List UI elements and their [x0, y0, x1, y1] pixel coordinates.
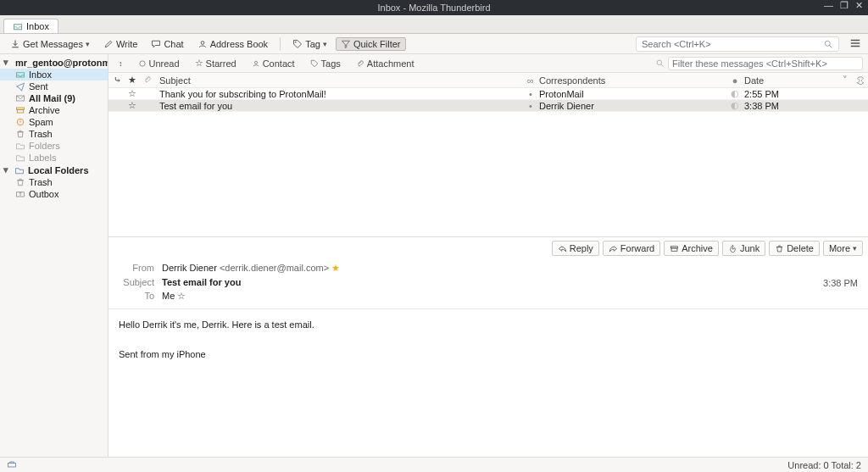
folder-folders[interactable]: Folders — [0, 140, 108, 152]
reader-to[interactable]: Me — [162, 291, 175, 301]
folder-icon — [15, 153, 25, 163]
message-subject: Thank you for subscribing to ProtonMail! — [156, 89, 522, 99]
col-sort-indicator[interactable]: ˅ — [837, 75, 853, 86]
tab-strip: Inbox — [0, 15, 868, 34]
quick-filter-button[interactable]: Quick Filter — [336, 37, 406, 51]
message-list: ☆ Thank you for subscribing to ProtonMai… — [108, 88, 868, 112]
contact-star-icon[interactable]: ★ — [331, 263, 340, 273]
inbox-icon — [13, 21, 23, 31]
message-row[interactable]: ☆ Test email for you • Derrik Diener ◐ 3… — [108, 100, 868, 112]
message-correspondent: ProtonMail — [539, 89, 726, 99]
body-line: Sent from my iPhone — [119, 347, 858, 363]
svg-point-12 — [254, 61, 257, 64]
pencil-icon — [103, 39, 114, 49]
local-folders-row[interactable]: ▾ Local Folders — [0, 164, 108, 176]
window-maximize-icon[interactable]: ❐ — [840, 0, 849, 11]
message-list-blank — [108, 112, 868, 236]
search-icon — [823, 39, 833, 49]
message-row[interactable]: ☆ Thank you for subscribing to ProtonMai… — [108, 88, 868, 100]
message-subject: Test email for you — [156, 101, 522, 111]
delete-button[interactable]: Delete — [769, 241, 820, 256]
filter-tags[interactable]: Tags — [305, 58, 346, 69]
to-label: To — [117, 291, 154, 301]
filter-unread[interactable]: Unread — [133, 58, 185, 69]
filter-input[interactable] — [668, 57, 863, 70]
archive-button[interactable]: Archive — [664, 241, 719, 256]
folder-archive[interactable]: Archive — [0, 104, 108, 116]
col-star[interactable]: ★ — [125, 75, 139, 86]
star-toggle[interactable]: ☆ — [125, 100, 139, 111]
more-button[interactable]: More▾ — [823, 241, 863, 256]
folder-all-mail[interactable]: All Mail (9) — [0, 92, 108, 104]
svg-rect-7 — [17, 108, 25, 109]
star-toggle[interactable]: ☆ — [125, 88, 139, 99]
toggle-filter-button[interactable]: ↕ — [114, 58, 128, 69]
folder-outbox[interactable]: Outbox — [0, 188, 108, 200]
tag-button[interactable]: Tag ▾ — [287, 37, 332, 51]
window-minimize-icon[interactable]: — — [824, 0, 833, 11]
write-button[interactable]: Write — [98, 37, 142, 51]
tag-icon — [310, 59, 319, 68]
window-title: Inbox - Mozilla Thunderbird — [377, 3, 490, 13]
folder-spam[interactable]: Spam — [0, 116, 108, 128]
folder-inbox[interactable]: Inbox — [0, 69, 108, 81]
col-spam-indicator[interactable]: ● — [726, 75, 744, 86]
filter-starred[interactable]: ☆Starred — [190, 57, 242, 69]
col-date[interactable]: Date — [744, 75, 837, 86]
tag-icon — [292, 39, 303, 49]
search-input[interactable] — [642, 39, 823, 49]
search-icon — [655, 58, 665, 68]
reader-body: Hello Derrik it's me, Derrik. Here is a … — [108, 309, 868, 457]
all-mail-icon — [15, 93, 25, 103]
archive-icon — [15, 105, 25, 115]
svg-rect-10 — [17, 192, 25, 197]
svg-rect-8 — [17, 109, 24, 113]
tab-inbox[interactable]: Inbox — [3, 19, 58, 33]
filter-contact[interactable]: Contact — [247, 58, 300, 69]
spam-icon — [15, 117, 25, 127]
outbox-icon — [15, 189, 25, 199]
reader-subject: Test email for you — [162, 277, 241, 287]
from-name[interactable]: Derrik Diener — [162, 263, 217, 273]
folder-trash[interactable]: Trash — [0, 128, 108, 140]
col-subject[interactable]: Subject — [156, 75, 522, 86]
forward-icon — [609, 244, 618, 253]
filter-icon — [341, 39, 351, 49]
quick-filter-bar: ↕ Unread ☆Starred Contact Tags Attachmen… — [108, 54, 868, 73]
forward-button[interactable]: Forward — [603, 241, 660, 256]
col-thread[interactable]: ⤷ — [108, 75, 125, 86]
folder-tree: ▾ mr_gentoo@protonmail.com Inbox Sent Al… — [0, 54, 108, 457]
inbox-icon — [15, 69, 25, 80]
twisty-icon[interactable]: ▾ — [3, 57, 8, 68]
tab-label: Inbox — [26, 21, 49, 31]
flame-icon — [728, 244, 737, 253]
status-left[interactable] — [7, 459, 17, 471]
sent-icon — [15, 81, 25, 92]
twisty-icon[interactable]: ▾ — [3, 164, 11, 175]
reply-button[interactable]: Reply — [552, 241, 599, 256]
folder-local-trash[interactable]: Trash — [0, 176, 108, 188]
contact-star-icon[interactable]: ☆ — [177, 291, 186, 301]
folder-labels[interactable]: Labels — [0, 152, 108, 164]
col-picker[interactable]: ⛻ — [853, 75, 868, 86]
chat-button[interactable]: Chat — [146, 37, 188, 51]
address-book-button[interactable]: Address Book — [192, 37, 273, 51]
filter-attachment[interactable]: Attachment — [351, 58, 420, 69]
junk-button[interactable]: Junk — [722, 241, 765, 256]
account-row[interactable]: ▾ mr_gentoo@protonmail.com — [0, 56, 108, 69]
trash-icon — [15, 129, 25, 139]
subject-label: Subject — [117, 277, 154, 287]
message-correspondent: Derrik Diener — [539, 101, 726, 111]
search-box[interactable] — [636, 36, 839, 52]
svg-point-2 — [295, 42, 297, 43]
col-correspondents[interactable]: Correspondents — [539, 75, 726, 86]
app-menu-button[interactable] — [848, 36, 863, 53]
col-read[interactable]: ∞ — [522, 75, 539, 86]
svg-rect-14 — [671, 246, 678, 247]
col-attachment[interactable] — [139, 75, 156, 86]
get-messages-button[interactable]: Get Messages ▾ — [5, 37, 95, 51]
window-close-icon[interactable]: ✕ — [855, 0, 863, 11]
from-label: From — [117, 263, 154, 273]
folder-sent[interactable]: Sent — [0, 81, 108, 92]
from-email[interactable]: <derrik.diener@mail.com> — [220, 263, 329, 273]
